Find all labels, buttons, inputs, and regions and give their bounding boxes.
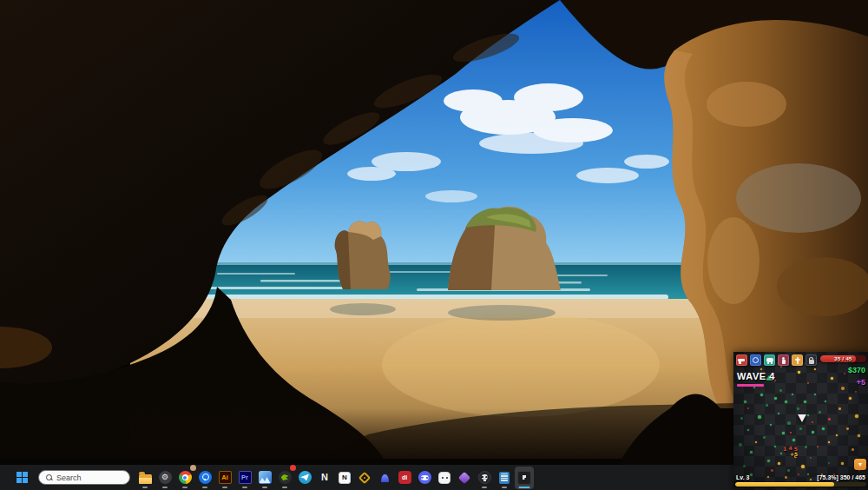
taskbar-app-game-window-app[interactable] [515,467,534,489]
running-indicator [282,487,287,488]
taskbar-app-purple-gem-app[interactable] [455,467,474,489]
taskbar-app-premiere[interactable]: Pr [235,467,254,489]
running-indicator [502,487,507,488]
notebook-icon [499,472,510,484]
running-indicator [519,487,530,488]
game-vignette [733,352,868,490]
discord-icon [418,471,431,484]
taskbar-app-geforce[interactable] [275,467,294,489]
running-indicator [142,487,148,488]
running-indicator [182,487,187,488]
taskbar-app-discord[interactable] [415,467,434,489]
search-placeholder: Search [56,473,82,482]
taskbar-app-notebook-app[interactable] [495,467,514,489]
search-input[interactable]: Search [38,470,130,485]
chrome-icon [179,471,192,484]
game-app-icon [517,471,531,485]
premiere-icon: Pr [239,471,252,484]
running-indicator [262,487,267,488]
white-face-icon [438,472,450,484]
collapse-overlay-button[interactable]: ▾ [854,459,866,470]
taskbar-app-icons: ⚙AiPrNNdi [135,467,534,489]
windows-logo-icon [16,472,28,483]
taskbar-app-photos[interactable] [255,467,274,489]
telegram-icon [299,471,312,484]
taskbar-app-red-di-app[interactable]: di [395,467,414,489]
running-indicator [202,487,207,488]
running-indicator [242,487,247,488]
gog-galaxy-icon: ⚙ [159,471,172,484]
geforce-icon [279,471,292,484]
arc-browser-icon [378,471,391,484]
game-window[interactable]: 145+5 35 / 45 $370 +5 WAVE 4 ▾ Lv. 3 [75… [733,352,868,490]
running-indicator [482,487,487,488]
taskbar-app-file-explorer[interactable] [135,467,155,489]
running-indicator [222,487,227,488]
taskbar-app-gog-galaxy[interactable]: ⚙ [155,467,174,489]
photos-icon [259,471,272,484]
taskbar-app-skull-app[interactable] [475,467,494,489]
illustrator-icon: Ai [219,471,232,484]
taskbar-app-maps[interactable] [195,467,214,489]
boxed-n-icon: N [339,472,351,484]
taskbar-app-white-face-app[interactable] [435,467,454,489]
taskbar-app-boxed-n-app[interactable]: N [335,467,354,489]
running-indicator [162,487,168,488]
taskbar-app-gold-diamond-app[interactable] [355,467,374,489]
taskbar-app-notion[interactable]: N [315,467,334,489]
start-button[interactable] [10,467,33,488]
desktop: Search ⚙AiPrNNdi 145+5 35 / 45 $370 +5 W… [0,0,868,490]
file-explorer-icon [139,474,152,484]
gold-diamond-icon [358,471,371,483]
taskbar-app-chrome[interactable] [175,467,194,489]
taskbar-app-illustrator[interactable]: Ai [215,467,234,489]
skull-icon [478,471,491,484]
maps-pin-icon [199,471,212,484]
red-di-icon: di [398,471,411,484]
taskbar-app-arc-browser[interactable] [375,467,394,489]
purple-gem-icon [458,471,470,483]
taskbar-app-telegram[interactable] [295,467,314,489]
notion-icon: N [321,473,328,482]
search-icon [46,474,52,480]
